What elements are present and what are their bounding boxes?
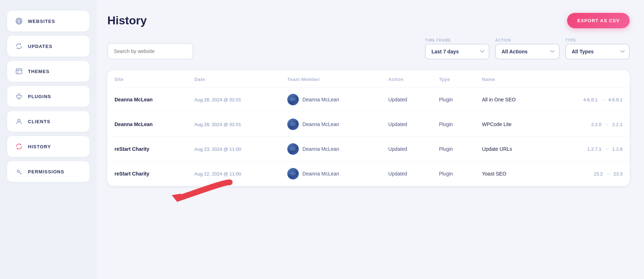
table-header-row: Site Date Team Member Action Type Name [107, 70, 630, 87]
cell-site-0: Deanna McLean [107, 87, 187, 112]
sidebar-item-updates[interactable]: UPDATES [7, 36, 89, 57]
search-input[interactable] [107, 43, 193, 59]
cell-version-3: 23.2 → 23.3 [548, 162, 630, 186]
sidebar-label-updates: UPDATES [28, 44, 52, 49]
col-name: Name [475, 70, 548, 87]
col-date: Date [187, 70, 280, 87]
cell-type-2: Plugin [432, 137, 475, 162]
type-label: TYPE [565, 38, 630, 42]
cell-date-1: Aug 28, 2024 @ 02:01 [187, 112, 280, 137]
version-arrow-0: → [600, 97, 605, 102]
sidebar-label-permissions: PERMISSIONS [28, 169, 64, 174]
svg-point-8 [18, 119, 20, 122]
cell-name-3: Yoast SEO [475, 162, 548, 186]
version-to-3: 23.3 [614, 171, 623, 177]
table-row: Deanna McLean Aug 28, 2024 @ 02:01 Deann… [107, 112, 630, 137]
cell-site-2: reStart Charity [107, 137, 187, 162]
col-action: Action [381, 70, 432, 87]
cell-name-2: Update URLs [475, 137, 548, 162]
avatar-0 [287, 94, 299, 105]
cell-type-1: Plugin [432, 112, 475, 137]
col-site: Site [107, 70, 187, 87]
col-member: Team Member [280, 70, 381, 87]
version-from-2: 1.2.7.1 [587, 146, 601, 152]
websites-icon [15, 17, 23, 25]
clients-icon [15, 117, 23, 125]
cell-type-3: Plugin [432, 162, 475, 186]
page-title: History [107, 14, 147, 27]
sidebar: WEBSITES UPDATES THEMES [0, 0, 97, 279]
table-row: reStart Charity Aug 22, 2024 @ 11:00 Dea… [107, 162, 630, 186]
svg-marker-10 [172, 194, 181, 202]
cell-version-1: 2.2.0 → 2.2.1 [548, 112, 630, 137]
cell-member-0: Deanna McLean [280, 87, 381, 112]
cell-site-1: Deanna McLean [107, 112, 187, 137]
avatar-2 [287, 143, 299, 155]
filter-row: TIME FRAME Last 7 days Last 30 days Last… [107, 38, 630, 59]
history-icon [15, 143, 23, 150]
cell-action-3: Updated [381, 162, 432, 186]
version-from-3: 23.2 [594, 171, 602, 177]
sidebar-label-clients: CLIENTS [28, 119, 50, 124]
cell-action-2: Updated [381, 137, 432, 162]
timeframe-label: TIME FRAME [425, 38, 489, 42]
sidebar-label-themes: THEMES [28, 69, 49, 74]
col-version [548, 70, 630, 87]
version-arrow-1: → [604, 121, 609, 127]
svg-rect-5 [16, 69, 22, 74]
sidebar-label-history: HISTORY [28, 144, 51, 149]
avatar-1 [287, 119, 299, 130]
version-to-0: 4.6.9.1 [608, 97, 623, 102]
cell-version-0: 4.6.8.1 → 4.6.9.1 [548, 87, 630, 112]
cell-member-2: Deanna McLean [280, 137, 381, 162]
cell-type-0: Plugin [432, 87, 475, 112]
cell-date-0: Aug 28, 2024 @ 02:01 [187, 87, 280, 112]
plugins-icon [15, 92, 23, 100]
action-label: ACTION [495, 38, 560, 42]
table-row: reStart Charity Aug 23, 2024 @ 11:00 Dea… [107, 137, 630, 162]
export-csv-button[interactable]: EXPORT AS CSV [567, 13, 630, 28]
header-row: History EXPORT AS CSV [107, 13, 630, 28]
sidebar-item-clients[interactable]: CLIENTS [7, 111, 89, 132]
sidebar-label-plugins: PLUGINS [28, 94, 51, 99]
version-from-0: 4.6.8.1 [583, 97, 597, 102]
version-to-1: 2.2.1 [612, 122, 623, 127]
member-name-3: Deanna McLean [302, 171, 339, 177]
sidebar-item-history[interactable]: HISTORY [7, 136, 89, 157]
cell-action-1: Updated [381, 112, 432, 137]
version-arrow-2: → [604, 146, 609, 152]
sidebar-item-themes[interactable]: THEMES [7, 61, 89, 82]
cell-member-3: Deanna McLean [280, 162, 381, 186]
member-name-1: Deanna McLean [302, 121, 339, 127]
updates-icon [15, 42, 23, 50]
type-filter-group: TYPE All Types Plugin Theme [565, 38, 630, 59]
timeframe-select[interactable]: Last 7 days Last 30 days Last 90 days [425, 44, 489, 59]
version-from-1: 2.2.0 [591, 122, 601, 127]
cell-name-1: WPCode Lite [475, 112, 548, 137]
permissions-icon [15, 168, 23, 175]
history-table: Site Date Team Member Action Type Name D… [107, 70, 630, 186]
cell-date-3: Aug 22, 2024 @ 11:00 [187, 162, 280, 186]
action-filter-group: ACTION All Actions Updated Installed [495, 38, 560, 59]
cell-date-2: Aug 23, 2024 @ 11:00 [187, 137, 280, 162]
type-select[interactable]: All Types Plugin Theme [565, 44, 630, 59]
cell-site-3: reStart Charity [107, 162, 187, 186]
member-name-2: Deanna McLean [302, 146, 339, 152]
sidebar-item-permissions[interactable]: PERMISSIONS [7, 161, 89, 182]
cell-member-1: Deanna McLean [280, 112, 381, 137]
sidebar-item-plugins[interactable]: PLUGINS [7, 86, 89, 107]
themes-icon [15, 67, 23, 75]
version-arrow-3: → [606, 171, 611, 177]
cell-version-2: 1.2.7.1 → 1.2.8 [548, 137, 630, 162]
sidebar-item-websites[interactable]: WEBSITES [7, 11, 89, 32]
action-select[interactable]: All Actions Updated Installed [495, 44, 560, 59]
cell-action-0: Updated [381, 87, 432, 112]
avatar-3 [287, 168, 299, 179]
timeframe-filter-group: TIME FRAME Last 7 days Last 30 days Last… [425, 38, 489, 59]
version-to-2: 1.2.8 [612, 146, 623, 152]
history-table-card: Site Date Team Member Action Type Name D… [107, 70, 630, 186]
cell-name-0: All in One SEO [475, 87, 548, 112]
main-content: History EXPORT AS CSV TIME FRAME Last 7 … [97, 0, 644, 279]
col-type: Type [432, 70, 475, 87]
member-name-0: Deanna McLean [302, 97, 339, 102]
